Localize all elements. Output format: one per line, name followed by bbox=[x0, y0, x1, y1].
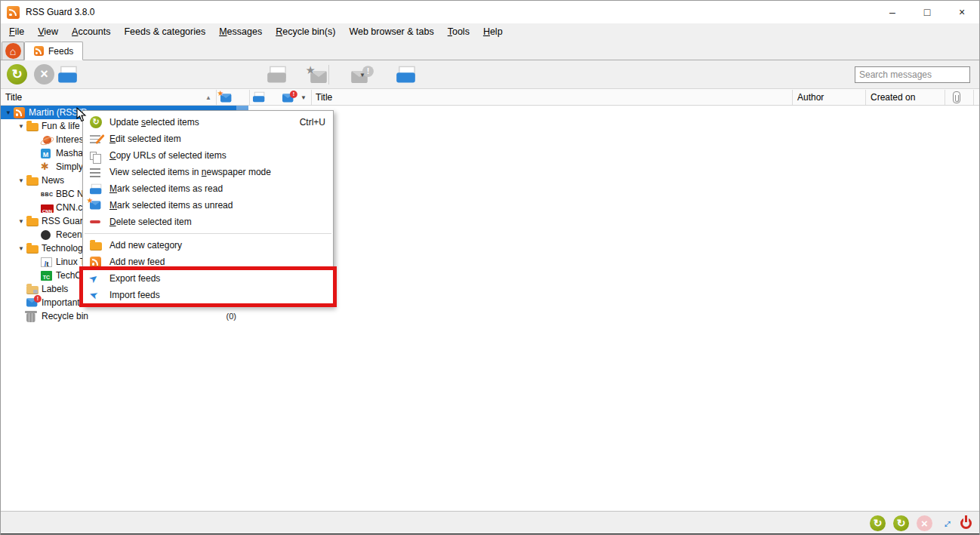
mouse-cursor bbox=[76, 107, 87, 122]
context-menu-item-label: Mark selected items as read bbox=[109, 183, 325, 194]
menu-item-edit-selected-item[interactable]: Edit selected item bbox=[83, 131, 333, 147]
labels-icon bbox=[26, 286, 39, 294]
menubar-recycle-bin-s[interactable]: Recycle bin(s) bbox=[269, 23, 342, 41]
update-all-icon[interactable] bbox=[870, 515, 886, 531]
context-menu-item-label: Mark selected items as unread bbox=[109, 200, 325, 211]
menu-item-export-feeds[interactable]: Export feeds bbox=[83, 270, 333, 287]
fullscreen-icon[interactable] bbox=[936, 513, 956, 533]
rss-icon bbox=[90, 257, 101, 268]
context-menu-item-label: Delete selected item bbox=[109, 217, 325, 227]
context-menu-item-label: View selected items in newspaper mode bbox=[109, 167, 325, 177]
folder-icon bbox=[26, 245, 39, 254]
cnn-icon bbox=[41, 204, 54, 213]
recyclebin-icon bbox=[26, 313, 35, 322]
expander-icon[interactable] bbox=[16, 218, 26, 225]
tree-item-label: Important bbox=[42, 297, 80, 308]
simplyrec-icon bbox=[41, 161, 49, 172]
refresh-icon bbox=[90, 116, 102, 128]
menu-bar: FileViewAccountsFeeds & categoriesMessag… bbox=[1, 23, 979, 41]
tree-item-label: RSS Guard bbox=[42, 216, 88, 226]
context-menu: Update selected items Ctrl+U Edit select… bbox=[82, 110, 334, 307]
context-menu-item-label: Edit selected item bbox=[109, 134, 325, 144]
edit-icon bbox=[90, 135, 100, 144]
planet-icon bbox=[43, 136, 51, 144]
tab-bar: Feeds bbox=[1, 41, 979, 60]
feed-title-header[interactable]: Title bbox=[5, 89, 22, 106]
header-dropdown-icon[interactable] bbox=[300, 94, 307, 101]
maximize-button[interactable]: □ bbox=[910, 1, 945, 23]
menubar-file[interactable]: File bbox=[2, 23, 31, 41]
menu-item-add-new-feed[interactable]: Add new feed bbox=[83, 254, 333, 270]
menu-separator bbox=[85, 233, 331, 234]
rss-guard-window: RSS Guard 3.8.0 – □ × FileViewAccountsFe… bbox=[0, 0, 980, 535]
stop-update-button[interactable] bbox=[34, 64, 54, 85]
tab-home[interactable] bbox=[2, 42, 24, 60]
menu-item-add-new-category[interactable]: Add new category bbox=[83, 237, 333, 254]
menu-item-delete-selected-item[interactable]: Delete selected item bbox=[83, 214, 333, 230]
unread-column-icon[interactable] bbox=[282, 94, 293, 103]
minimize-button[interactable]: – bbox=[875, 1, 910, 23]
author-header[interactable]: Author bbox=[797, 89, 824, 106]
menubar-messages[interactable]: Messages bbox=[212, 23, 269, 41]
tree-row-recycle-bin[interactable]: Recycle bin (0) bbox=[1, 309, 250, 323]
menu-item-mark-selected-items-as-read[interactable]: Mark selected items as read bbox=[83, 180, 333, 197]
expander-icon[interactable] bbox=[16, 245, 26, 252]
expander-icon[interactable] bbox=[16, 177, 26, 184]
window-controls: – □ × bbox=[875, 1, 979, 23]
newspaper-icon bbox=[90, 168, 100, 177]
attachment-paperclip-icon[interactable] bbox=[953, 91, 960, 103]
status-bar bbox=[1, 511, 979, 533]
techcrunch-icon bbox=[41, 271, 52, 281]
quit-power-icon[interactable] bbox=[960, 518, 972, 529]
bbc-icon bbox=[41, 188, 54, 200]
main-toolbar bbox=[1, 60, 979, 89]
tree-item-label: Recycle bin bbox=[42, 311, 88, 321]
menu-item-update-selected-items[interactable]: Update selected items Ctrl+U bbox=[83, 114, 333, 131]
tree-item-label: Technology bbox=[42, 243, 88, 254]
expander-icon[interactable] bbox=[16, 123, 26, 130]
menubar-feeds-categories[interactable]: Feeds & categories bbox=[117, 23, 212, 41]
message-title-header[interactable]: Title bbox=[316, 89, 332, 106]
stop-disabled-icon[interactable] bbox=[917, 515, 932, 531]
window-title: RSS Guard 3.8.0 bbox=[26, 7, 94, 17]
copy-icon bbox=[90, 152, 97, 160]
context-menu-item-label: Import feeds bbox=[109, 290, 325, 300]
github-icon bbox=[41, 230, 51, 240]
mark-read-disabled-icon[interactable] bbox=[268, 66, 287, 83]
menubar-tools[interactable]: Tools bbox=[441, 23, 476, 41]
tab-feeds-label: Feeds bbox=[48, 46, 73, 57]
tree-item-label: Fun & life bbox=[42, 121, 80, 131]
important-icon bbox=[26, 299, 37, 307]
search-input[interactable] bbox=[855, 66, 970, 83]
menu-item-view-selected-items-in-newspaper-mode[interactable]: View selected items in newspaper mode bbox=[83, 164, 333, 180]
menubar-accounts[interactable]: Accounts bbox=[65, 23, 117, 41]
created-on-header[interactable]: Created on bbox=[871, 89, 915, 106]
menubar-help[interactable]: Help bbox=[476, 23, 510, 41]
menu-item-mark-selected-items-as-unread[interactable]: Mark selected items as unread bbox=[83, 197, 333, 214]
chevron-down-icon[interactable] bbox=[359, 72, 365, 78]
context-menu-item-label: Add new feed bbox=[109, 257, 325, 267]
important-column-icon[interactable] bbox=[220, 94, 231, 103]
rss-icon bbox=[34, 46, 44, 56]
shortcut-label: Ctrl+U bbox=[300, 117, 325, 128]
column-headers: Title Title Author Created on bbox=[1, 89, 979, 106]
read-column-icon[interactable] bbox=[253, 92, 264, 103]
context-menu-item-label: Update selected items bbox=[109, 117, 286, 128]
expander-icon[interactable] bbox=[3, 109, 14, 116]
mark-read-dropdown-icon[interactable] bbox=[396, 66, 415, 83]
statusbar-icons bbox=[870, 515, 972, 531]
mark-all-read-icon[interactable] bbox=[58, 66, 77, 83]
update-all-button[interactable] bbox=[7, 64, 27, 85]
unread-count: (0) bbox=[218, 312, 236, 321]
folder-icon bbox=[26, 218, 39, 226]
tab-feeds[interactable]: Feeds bbox=[24, 42, 83, 60]
menubar-web-browser-tabs[interactable]: Web browser & tabs bbox=[342, 23, 440, 41]
close-button[interactable]: × bbox=[945, 1, 979, 23]
menu-item-import-feeds[interactable]: Import feeds bbox=[83, 287, 333, 303]
highlight-rectangle: Export feeds Import feeds bbox=[83, 270, 333, 303]
menu-item-copy-urls-of-selected-items[interactable]: Copy URLs of selected items bbox=[83, 147, 333, 164]
context-menu-item-label: Export feeds bbox=[109, 273, 325, 284]
menubar-view[interactable]: View bbox=[31, 23, 65, 41]
update-selected-icon[interactable] bbox=[893, 515, 909, 531]
mark-important-disabled-icon[interactable] bbox=[310, 71, 327, 83]
